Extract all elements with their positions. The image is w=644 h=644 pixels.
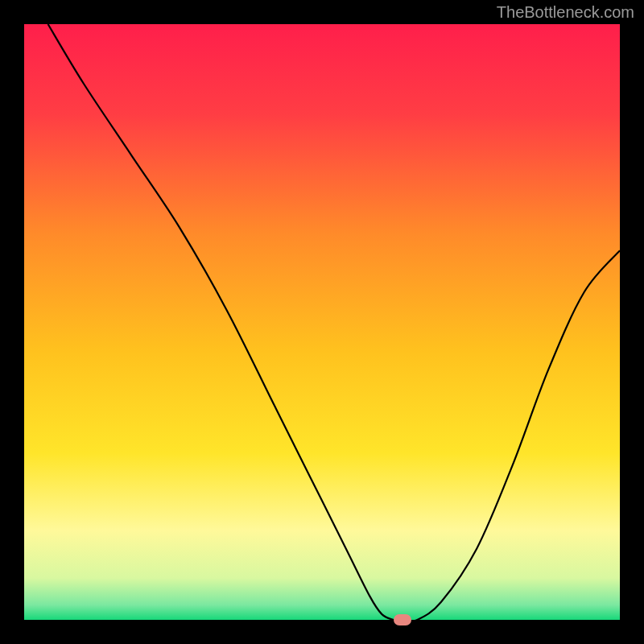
chart-curve <box>24 24 620 620</box>
chart-plot-area <box>24 24 620 620</box>
watermark-text: TheBottleneck.com <box>497 3 634 22</box>
chart-marker-icon <box>394 614 411 625</box>
